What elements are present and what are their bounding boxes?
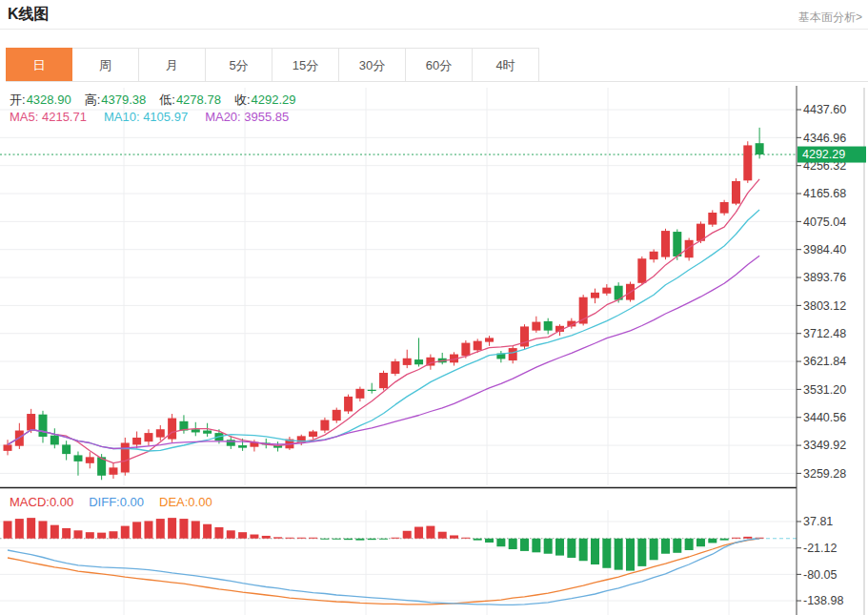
current-price-tag: 4292.29 xyxy=(797,147,866,163)
macd-header-row: MACD:0.00DIFF:0.00DEA:0.00 xyxy=(10,495,228,509)
svg-text:-138.98: -138.98 xyxy=(803,594,843,607)
svg-text:4075.04: 4075.04 xyxy=(803,215,846,229)
diff-line xyxy=(8,539,759,605)
svg-text:37.81: 37.81 xyxy=(803,515,833,528)
price-axis: 4437.604346.964256.324165.684075.043984.… xyxy=(797,86,864,615)
tab-30分[interactable]: 30分 xyxy=(339,48,406,81)
svg-text:-80.05: -80.05 xyxy=(803,568,837,582)
tab-bar: 日周月5分15分30分60分4时 xyxy=(6,48,868,82)
svg-text:3712.48: 3712.48 xyxy=(803,327,846,340)
ma5-legend: MA5: 4215.71 xyxy=(10,110,87,124)
macd-histogram xyxy=(4,518,764,570)
ohlc-open-value: 4328.90 xyxy=(27,92,71,107)
dea-legend: DEA:0.00 xyxy=(159,495,212,509)
macd-legend: MACD:0.00 xyxy=(10,495,73,509)
ma10-line xyxy=(8,210,759,451)
ohlc-close-value: 4292.29 xyxy=(252,92,296,107)
tab-60分[interactable]: 60分 xyxy=(406,48,473,81)
tab-周[interactable]: 周 xyxy=(72,48,139,81)
ma20-line xyxy=(8,256,759,448)
svg-text:3531.20: 3531.20 xyxy=(803,383,846,397)
svg-text:3440.56: 3440.56 xyxy=(803,411,846,424)
svg-text:3893.76: 3893.76 xyxy=(803,271,846,284)
svg-text:3259.28: 3259.28 xyxy=(803,467,846,481)
tab-5分[interactable]: 5分 xyxy=(206,48,273,81)
ohlc-high-value: 4379.38 xyxy=(101,92,146,107)
svg-text:4292.29: 4292.29 xyxy=(802,148,845,161)
svg-text:-21.12: -21.12 xyxy=(803,542,837,555)
ma20-legend: MA20: 3955.85 xyxy=(205,110,289,124)
ma-row: MA5: 4215.71MA10: 4105.97MA20: 3955.85 xyxy=(10,110,306,124)
candles-layer xyxy=(4,128,764,480)
ma10-legend: MA10: 4105.97 xyxy=(104,110,188,124)
svg-text:4165.68: 4165.68 xyxy=(803,187,846,200)
svg-text:4437.60: 4437.60 xyxy=(803,103,846,116)
ohlc-row: 开:4328.90高:4379.38低:4278.78收:4292.29 xyxy=(10,92,296,109)
ohlc-open-label: 开: xyxy=(10,92,26,107)
tab-4时[interactable]: 4时 xyxy=(473,48,539,81)
ohlc-close-label: 收: xyxy=(234,92,251,107)
svg-text:3621.84: 3621.84 xyxy=(803,355,846,368)
svg-text:3349.92: 3349.92 xyxy=(803,439,846,452)
tab-月[interactable]: 月 xyxy=(139,48,206,81)
ohlc-low-label: 低: xyxy=(159,92,175,107)
tab-15分[interactable]: 15分 xyxy=(273,48,339,81)
tab-日[interactable]: 日 xyxy=(6,48,72,81)
kline-panel: K线图 基本面分析> 4437.604346.964256.324165.684… xyxy=(0,0,868,615)
ohlc-low-value: 4278.78 xyxy=(176,92,221,107)
gridlines xyxy=(0,88,797,615)
svg-text:4346.96: 4346.96 xyxy=(803,132,846,145)
ohlc-high-label: 高: xyxy=(85,92,101,107)
svg-text:3984.40: 3984.40 xyxy=(803,243,846,256)
diff-legend: DIFF:0.00 xyxy=(89,495,144,509)
svg-text:3803.12: 3803.12 xyxy=(803,299,846,313)
